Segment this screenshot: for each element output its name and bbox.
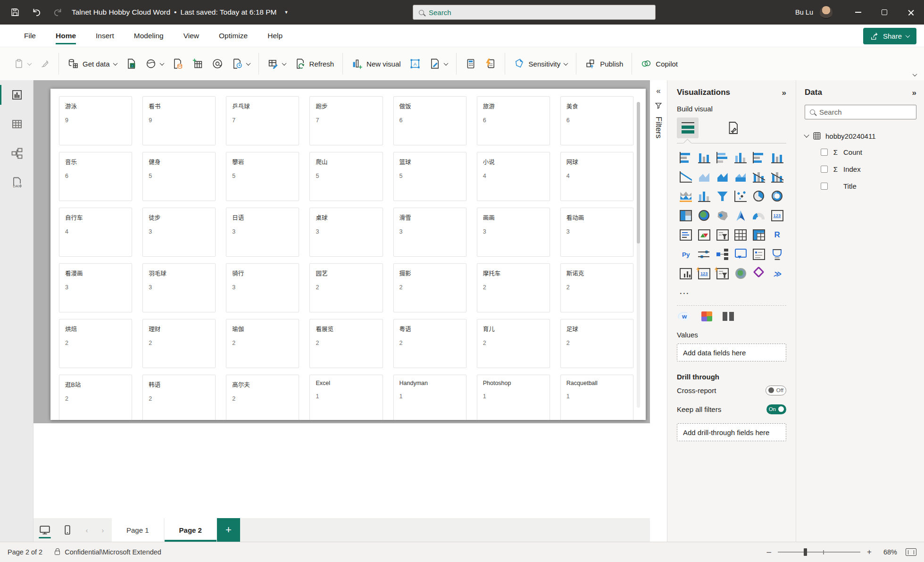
add-drill-through-fields-well[interactable]: Add drill-through fields here: [677, 423, 786, 441]
funnel-chart-icon[interactable]: [716, 191, 729, 202]
title-dropdown-icon[interactable]: ▼: [284, 10, 288, 15]
zoom-out-button[interactable]: –: [767, 547, 771, 557]
build-visual-tab[interactable]: [677, 117, 699, 138]
keep-all-filters-toggle[interactable]: On: [766, 404, 786, 414]
hobby-card[interactable]: 羽毛球 3: [142, 263, 216, 312]
transform-data-button[interactable]: [263, 54, 290, 73]
new-page-button[interactable]: +: [217, 518, 240, 542]
stacked-bar-chart-icon[interactable]: [680, 152, 692, 163]
word-cloud-visual-icon[interactable]: w: [678, 312, 691, 321]
add-data-fields-well[interactable]: Add data fields here: [677, 344, 786, 361]
hobby-card[interactable]: 育儿 2: [477, 319, 550, 368]
hobby-card[interactable]: 韩语 2: [142, 375, 216, 420]
global-search-input[interactable]: [429, 8, 649, 17]
menu-help[interactable]: Help: [258, 25, 292, 47]
hobby-card[interactable]: 旅游 6: [477, 96, 550, 145]
hobby-card[interactable]: 斯诺克 2: [560, 263, 633, 312]
hobby-card[interactable]: 看动画 3: [560, 208, 633, 257]
menu-file[interactable]: File: [14, 25, 46, 47]
hobby-card[interactable]: 看展览 2: [309, 319, 383, 368]
zoom-level[interactable]: 68%: [878, 548, 897, 556]
decomposition-tree-icon[interactable]: [716, 249, 729, 260]
minimize-button[interactable]: [845, 0, 871, 25]
canvas-background[interactable]: 游泳 9 看书 9 乒乓球 7 跑步 7 做饭 6 旅游 6: [33, 80, 650, 423]
power-apps-icon[interactable]: [753, 266, 765, 277]
share-button[interactable]: Share: [863, 28, 916, 44]
report-view-button[interactable]: [0, 80, 33, 109]
user-name[interactable]: Bu Lu: [795, 8, 813, 16]
field-checkbox[interactable]: [821, 183, 828, 190]
menu-modeling[interactable]: Modeling: [124, 25, 174, 47]
desktop-layout-button[interactable]: [33, 518, 56, 542]
report-page[interactable]: 游泳 9 看书 9 乒乓球 7 跑步 7 做饭 6 旅游 6: [50, 89, 646, 420]
card-icon[interactable]: 123: [771, 210, 783, 221]
hobby-card[interactable]: 健身 5: [142, 152, 216, 201]
enter-data-button[interactable]: [188, 54, 208, 73]
hobby-card[interactable]: Excel 1: [309, 375, 383, 420]
waterfall-chart-icon[interactable]: [698, 191, 710, 202]
visual-scrollbar[interactable]: [637, 102, 640, 408]
fit-to-page-icon[interactable]: [906, 548, 916, 556]
close-button[interactable]: [898, 0, 924, 25]
text-box-button[interactable]: A: [405, 54, 425, 73]
hobby-card[interactable]: 跑步 7: [309, 96, 383, 145]
menu-view[interactable]: View: [174, 25, 209, 47]
hobby-card[interactable]: Handyman 1: [393, 375, 466, 420]
page-1-tab[interactable]: Page 1: [112, 518, 164, 542]
hobby-card[interactable]: 园艺 2: [309, 263, 383, 312]
gauge-icon[interactable]: [753, 213, 765, 219]
document-title[interactable]: Talnet Hub Hobby Cloud Word • Last saved…: [72, 8, 288, 17]
hobby-card[interactable]: 乒乓球 7: [226, 96, 299, 145]
zoom-slider[interactable]: [778, 552, 860, 553]
sensitivity-button[interactable]: Sensitivity: [509, 54, 572, 73]
hobby-card[interactable]: 高尔夫 2: [226, 375, 299, 420]
paginated-report-icon[interactable]: [680, 268, 692, 279]
button-slicer-icon[interactable]: [716, 268, 729, 279]
data-table-row[interactable]: hobby20240411: [805, 132, 916, 140]
power-automate-icon[interactable]: ≫: [771, 268, 783, 279]
hobby-card[interactable]: 网球 4: [560, 152, 633, 201]
model-view-button[interactable]: [0, 139, 33, 168]
r-script-visual-icon[interactable]: R: [771, 229, 783, 241]
hobby-card[interactable]: 画画 3: [477, 208, 550, 257]
menu-optimize[interactable]: Optimize: [209, 25, 258, 47]
shapes-button[interactable]: [425, 54, 452, 73]
multi-row-card-icon[interactable]: [680, 229, 692, 241]
field-row[interactable]: Σ Index: [821, 164, 916, 174]
user-avatar[interactable]: [820, 6, 832, 19]
more-visuals-icon[interactable]: ···: [680, 287, 692, 299]
custom-visual-panels-icon[interactable]: [723, 312, 734, 321]
new-card-icon[interactable]: 123: [698, 268, 710, 279]
hundred-stacked-bar-chart-icon[interactable]: [753, 152, 765, 163]
hobby-card[interactable]: 日语 3: [226, 208, 299, 257]
hobby-card[interactable]: 足球 2: [560, 319, 633, 368]
hobby-card[interactable]: 看漫画 3: [59, 263, 132, 312]
slicer-icon[interactable]: [716, 229, 729, 241]
hundred-stacked-column-chart-icon[interactable]: [771, 152, 783, 163]
filled-map-icon[interactable]: [716, 210, 729, 221]
hobby-card[interactable]: Racquetball 1: [560, 375, 633, 420]
hobby-card[interactable]: 小说 4: [477, 152, 550, 201]
area-chart-icon[interactable]: [698, 171, 710, 183]
hobby-cards-visual[interactable]: 游泳 9 看书 9 乒乓球 7 跑步 7 做饭 6 旅游 6: [59, 96, 633, 420]
line-clustered-column-chart-icon[interactable]: [771, 171, 783, 183]
new-slicer-icon[interactable]: [698, 249, 710, 260]
ribbon-chart-icon[interactable]: [680, 191, 692, 202]
publish-button[interactable]: Publish: [581, 54, 627, 73]
scatter-chart-icon[interactable]: [734, 191, 747, 202]
field-row[interactable]: Title: [821, 181, 916, 191]
sql-server-button[interactable]: [168, 54, 188, 73]
recent-sources-button[interactable]: [227, 54, 254, 73]
map-icon[interactable]: [699, 210, 709, 221]
arcgis-map-icon[interactable]: [735, 268, 746, 279]
menu-home[interactable]: Home: [46, 25, 86, 47]
hobby-card[interactable]: 看书 9: [142, 96, 216, 145]
matrix-icon[interactable]: [753, 229, 765, 241]
quick-measure-button[interactable]: [481, 54, 500, 73]
field-checkbox[interactable]: [821, 149, 828, 156]
table-icon[interactable]: [734, 229, 747, 241]
menu-insert[interactable]: Insert: [86, 25, 124, 47]
azure-map-icon[interactable]: [734, 210, 747, 221]
donut-chart-icon[interactable]: [772, 191, 782, 201]
visual-scrollbar-thumb[interactable]: [637, 102, 640, 243]
